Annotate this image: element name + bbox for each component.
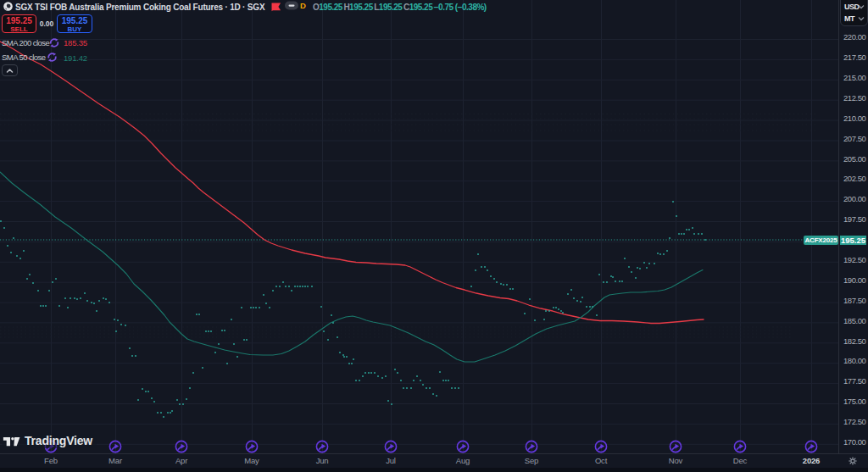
svg-text:TradingView: TradingView	[25, 434, 92, 447]
svg-text:D: D	[300, 1, 306, 10]
